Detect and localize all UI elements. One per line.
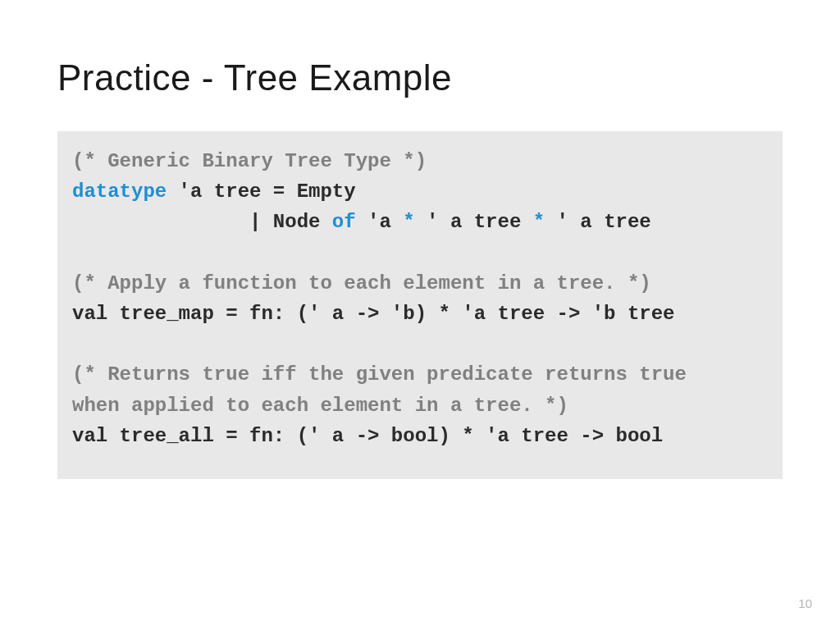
page-number: 10 [798, 596, 812, 610]
code-text: 'a [356, 211, 404, 233]
code-comment: when applied to each element in a tree. … [72, 395, 568, 417]
code-operator: * [533, 211, 545, 233]
code-comment: (* Returns true iff the given predicate … [72, 363, 687, 386]
code-text: val tree_all = fn: (' a -> bool) * 'a tr… [72, 425, 663, 447]
code-block: (* Generic Binary Tree Type *) datatype … [57, 131, 783, 479]
code-keyword: datatype [72, 180, 167, 203]
code-text: ' a tree [415, 211, 533, 233]
code-text: | Node [72, 211, 332, 233]
code-comment: (* Apply a function to each element in a… [72, 272, 651, 294]
slide: Practice - Tree Example (* Generic Binar… [0, 0, 840, 630]
slide-title: Practice - Tree Example [57, 57, 783, 98]
code-text: 'a tree = Empty [167, 180, 355, 203]
code-comment: (* Generic Binary Tree Type *) [72, 150, 427, 172]
code-text: ' a tree [545, 211, 651, 233]
code-operator: * [403, 211, 414, 233]
code-text: val tree_map = fn: (' a -> 'b) * 'a tree… [72, 303, 675, 325]
code-keyword: of [332, 211, 356, 233]
